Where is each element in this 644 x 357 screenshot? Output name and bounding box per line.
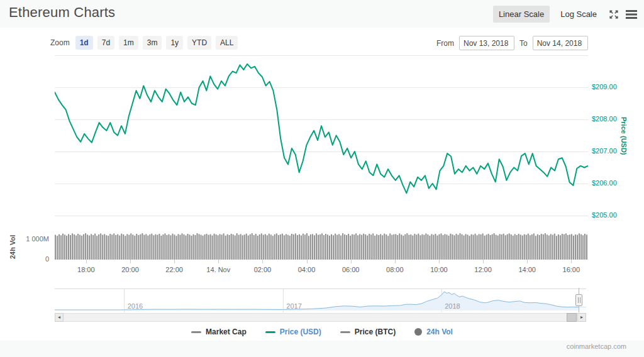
time-tick-mark — [395, 260, 396, 263]
time-tick-label: 16:00 — [553, 266, 589, 273]
to-date-input[interactable] — [533, 36, 588, 50]
price-tick-label: $209.00 — [592, 83, 630, 91]
from-date-input[interactable] — [459, 36, 514, 50]
volume-axis-title: 24h Vol — [9, 221, 16, 259]
watermark: coinmarketcap.com — [567, 343, 626, 350]
navigator-year-label: 2016 — [128, 302, 143, 310]
from-label: From — [436, 39, 454, 48]
time-tick-label: 06:00 — [333, 266, 369, 273]
navigator-year-label: 2018 — [445, 302, 460, 310]
menu-icon[interactable] — [625, 8, 638, 21]
price-axis-title: Price (USD) — [620, 117, 628, 155]
legend-label: Market Cap — [206, 327, 247, 336]
time-tick-mark — [218, 260, 219, 263]
chart-header: Ethereum Charts Linear Scale Log Scale — [0, 0, 644, 28]
volume-tick-label: 1 000M — [19, 235, 49, 243]
ethereum-charts-widget: Ethereum Charts Linear Scale Log Scale — [0, 0, 644, 357]
time-tick-label: 20:00 — [113, 266, 148, 273]
time-tick-label: 18:00 — [69, 266, 104, 273]
navigator-scrollbar[interactable]: ◂ ▸ — [55, 313, 586, 322]
expand-icon[interactable] — [608, 8, 620, 21]
time-tick-mark — [571, 260, 572, 263]
time-tick-label: 22:00 — [157, 266, 192, 273]
to-label: To — [519, 39, 528, 48]
legend-line-icon — [191, 331, 201, 333]
legend-line-icon — [340, 331, 350, 333]
price-tick-label: $206.00 — [592, 179, 630, 187]
time-tick-mark — [307, 260, 308, 263]
time-tick-label: 02:00 — [245, 266, 280, 273]
zoom-range-7d[interactable]: 7d — [97, 36, 114, 50]
scrollbar-right-arrow[interactable]: ▸ — [577, 313, 586, 322]
chart-legend: Market CapPrice (USD)Price (BTC)24h Vol — [0, 327, 644, 336]
navigator-handle[interactable] — [575, 294, 582, 306]
price-tick-label: $205.00 — [592, 211, 630, 219]
scrollbar-thumb[interactable] — [567, 313, 577, 322]
time-tick-label: 10:00 — [421, 266, 457, 273]
time-tick-mark — [483, 260, 484, 263]
time-tick-label: 08:00 — [377, 266, 413, 273]
time-tick-mark — [262, 260, 263, 263]
zoom-range-all[interactable]: ALL — [216, 36, 238, 50]
log-scale-button[interactable]: Log Scale — [555, 6, 602, 23]
footer-band: coinmarketcap.com — [0, 341, 644, 357]
zoom-range-1m[interactable]: 1m — [119, 36, 138, 50]
legend-item-price-usd[interactable]: Price (USD) — [265, 327, 321, 336]
volume-tick-label: 0 — [19, 255, 49, 263]
time-tick-label: 14. Nov — [201, 266, 236, 273]
time-tick-label: 14:00 — [509, 266, 545, 273]
time-tick-mark — [86, 260, 87, 263]
legend-line-icon — [265, 331, 275, 333]
time-tick-label: 12:00 — [465, 266, 501, 273]
page-title: Ethereum Charts — [9, 4, 115, 21]
price-chart-plot-area[interactable] — [55, 53, 588, 221]
zoom-range-buttons: 1d7d1m3m1yYTDALL — [75, 36, 238, 50]
legend-label: Price (BTC) — [355, 327, 396, 336]
zoom-range-1y[interactable]: 1y — [166, 36, 183, 50]
legend-label: Price (USD) — [280, 327, 321, 336]
zoom-range-1d[interactable]: 1d — [75, 36, 93, 50]
linear-scale-button[interactable]: Linear Scale — [493, 6, 550, 23]
volume-chart-plot-area[interactable] — [55, 220, 588, 260]
scrollbar-left-arrow[interactable]: ◂ — [55, 313, 64, 322]
zoom-range-3m[interactable]: 3m — [143, 36, 162, 50]
navigator-year-label: 2017 — [286, 302, 301, 310]
zoom-range-ytd[interactable]: YTD — [187, 36, 211, 50]
time-tick-label: 04:00 — [289, 266, 325, 273]
time-tick-mark — [439, 260, 440, 263]
time-tick-mark — [351, 260, 352, 263]
legend-item-24h-vol[interactable]: 24h Vol — [414, 327, 453, 336]
legend-label: 24h Vol — [426, 327, 453, 336]
time-tick-mark — [130, 260, 131, 263]
legend-item-price-btc[interactable]: Price (BTC) — [340, 327, 396, 336]
zoom-label: Zoom — [50, 38, 70, 47]
time-tick-mark — [527, 260, 528, 263]
legend-circle-icon — [414, 328, 422, 336]
time-tick-mark — [174, 260, 175, 263]
legend-item-market-cap[interactable]: Market Cap — [191, 327, 247, 336]
